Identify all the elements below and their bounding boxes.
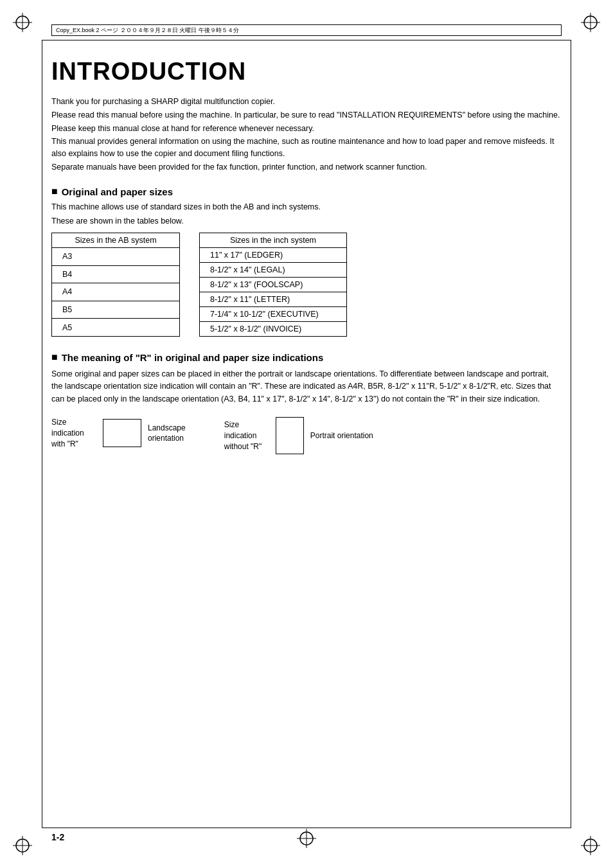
border-top	[42, 40, 571, 40]
ab-row-4: A5	[52, 319, 180, 337]
inch-size-table: Sizes in the inch system 11" x 17" (LEDG…	[199, 233, 347, 337]
corner-mark-tl	[13, 13, 32, 32]
portrait-label: Size indication without "R"	[224, 420, 269, 452]
portrait-type-label: Portrait orientation	[310, 430, 373, 441]
landscape-orientation-item: Size indication with "R" Landscape orien…	[51, 417, 186, 449]
section2-body: Some original and paper sizes can be pla…	[51, 368, 562, 405]
landscape-box	[103, 419, 141, 447]
ab-table-header: Sizes in the AB system	[52, 233, 180, 248]
ab-size-table: Sizes in the AB system A3 B4 A4 B5 A5	[51, 233, 180, 337]
intro-line-1: Thank you for purchasing a SHARP digital…	[51, 96, 562, 108]
inch-row-1: 8-1/2" x 14" (LEGAL)	[200, 263, 347, 278]
section1-subtext-1: This machine allows use of standard size…	[51, 201, 562, 213]
section2-heading: The meaning of "R" in original and paper…	[62, 352, 324, 363]
inch-row-3: 8-1/2" x 11" (LETTER)	[200, 292, 347, 307]
inch-row-5: 5-1/2" x 8-1/2" (INVOICE)	[200, 322, 347, 337]
intro-line-2: Please read this manual before using the…	[51, 109, 562, 121]
section1-subtext-2: These are shown in the tables below.	[51, 215, 562, 227]
page-wrapper: Copy_EX.book 2 ページ ２００４年９月２８日 火曜日 午後９時５４…	[0, 0, 613, 868]
main-content: INTRODUCTION Thank you for purchasing a …	[51, 51, 562, 817]
border-left	[42, 40, 42, 828]
page-title: INTRODUCTION	[51, 58, 562, 85]
portrait-orientation-item: Size indication without "R" Portrait ori…	[224, 417, 373, 454]
landscape-type-label: Landscape orientation	[148, 423, 186, 445]
section1-icon: ■	[51, 186, 58, 197]
bottom-crosshair	[297, 829, 316, 850]
intro-section: Thank you for purchasing a SHARP digital…	[51, 96, 562, 173]
landscape-label: Size indication with "R"	[51, 417, 96, 449]
page-number: 1-2	[51, 832, 64, 842]
ab-row-2: A4	[52, 283, 180, 301]
intro-line-3: Please keep this manual close at hand fo…	[51, 123, 562, 135]
ab-row-1: B4	[52, 265, 180, 283]
tables-container: Sizes in the AB system A3 B4 A4 B5 A5 Si…	[51, 233, 562, 337]
header-bar-text: Copy_EX.book 2 ページ ２００４年９月２８日 火曜日 午後９時５４…	[56, 26, 239, 35]
intro-line-4: This manual provides general information…	[51, 136, 562, 160]
inch-row-2: 8-1/2" x 13" (FOOLSCAP)	[200, 278, 347, 292]
section2-heading-container: ■ The meaning of "R" in original and pap…	[51, 352, 562, 363]
ab-row-0: A3	[52, 248, 180, 266]
border-bottom	[42, 828, 571, 828]
section1-heading-container: ■ Original and paper sizes	[51, 186, 562, 197]
inch-table-header: Sizes in the inch system	[200, 233, 347, 248]
border-right	[571, 40, 571, 828]
portrait-box	[276, 417, 304, 454]
corner-mark-br	[581, 836, 600, 855]
inch-row-0: 11" x 17" (LEDGER)	[200, 248, 347, 263]
section1-heading: Original and paper sizes	[62, 186, 173, 197]
inch-row-4: 7-1/4" x 10-1/2" (EXECUTIVE)	[200, 307, 347, 322]
header-bar: Copy_EX.book 2 ページ ２００４年９月２８日 火曜日 午後９時５４…	[51, 24, 562, 36]
ab-row-3: B5	[52, 301, 180, 319]
corner-mark-bl	[13, 836, 32, 855]
corner-mark-tr	[581, 13, 600, 32]
intro-line-5: Separate manuals have been provided for …	[51, 161, 562, 173]
section2-icon: ■	[51, 352, 58, 362]
orientation-diagrams: Size indication with "R" Landscape orien…	[51, 417, 562, 454]
